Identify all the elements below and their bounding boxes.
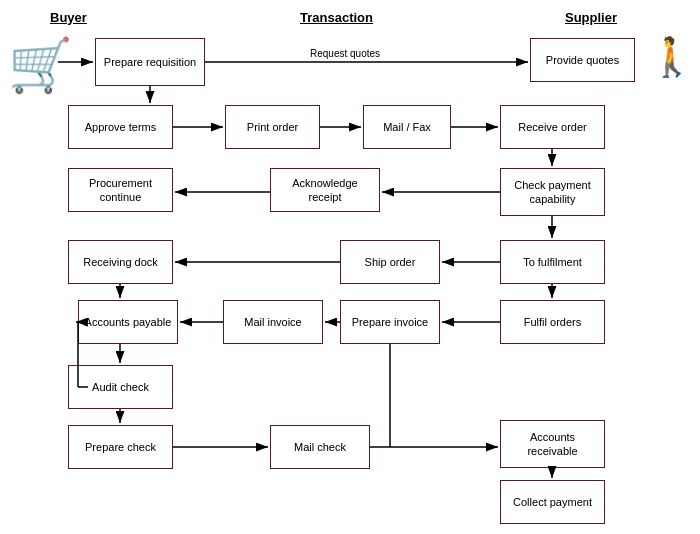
mail-check-box: Mail check [270,425,370,469]
transaction-title: Transaction [300,10,373,25]
supplier-figure: 🚶 [648,35,695,79]
prepare-invoice-box: Prepare invoice [340,300,440,344]
buyer-figure: 🛒 [8,35,73,96]
collect-payment-box: Collect payment [500,480,605,524]
prepare-requisition-box: Prepare requisition [95,38,205,86]
mail-invoice-box: Mail invoice [223,300,323,344]
accounts-payable-box: Accounts payable [78,300,178,344]
accounts-receivable-box: Accounts receivable [500,420,605,468]
approve-terms-box: Approve terms [68,105,173,149]
to-fulfilment-box: To fulfilment [500,240,605,284]
provide-quotes-box: Provide quotes [530,38,635,82]
buyer-title: Buyer [50,10,87,25]
svg-text:Request quotes: Request quotes [310,48,380,59]
receiving-dock-box: Receiving dock [68,240,173,284]
fulfil-orders-box: Fulfil orders [500,300,605,344]
check-payment-box: Check payment capability [500,168,605,216]
receive-order-box: Receive order [500,105,605,149]
ship-order-box: Ship order [340,240,440,284]
diagram: Buyer Transaction Supplier 🛒 🚶 Prepare r… [0,0,700,534]
mail-fax-box: Mail / Fax [363,105,451,149]
acknowledge-receipt-box: Acknowledge receipt [270,168,380,212]
audit-check-box: Audit check [68,365,173,409]
supplier-title: Supplier [565,10,617,25]
procurement-continue-box: Procurement continue [68,168,173,212]
prepare-check-box: Prepare check [68,425,173,469]
print-order-box: Print order [225,105,320,149]
